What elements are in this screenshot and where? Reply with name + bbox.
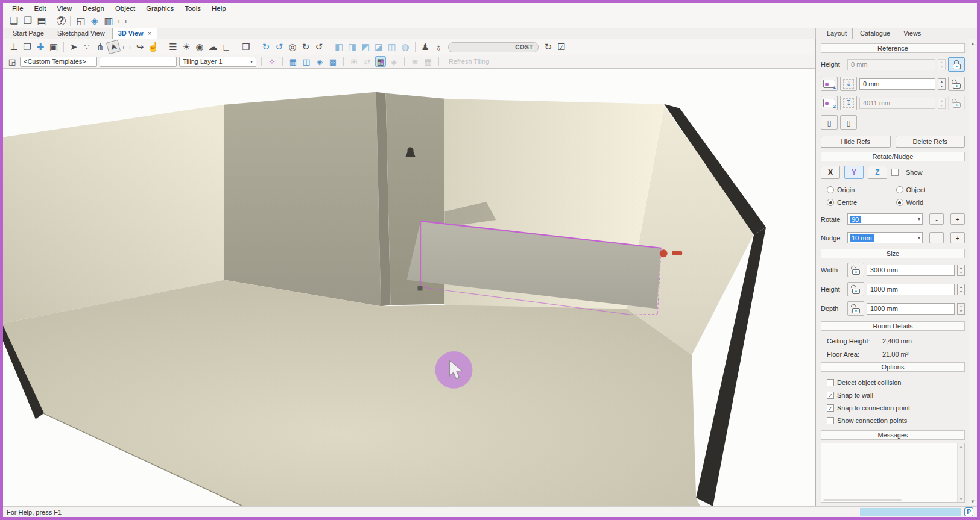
- tile-3d-icon[interactable]: ◈: [314, 56, 325, 67]
- centre-radio[interactable]: [827, 199, 834, 206]
- refresh-cost-icon[interactable]: ↻: [542, 41, 554, 53]
- object-radio[interactable]: [896, 186, 903, 193]
- rotate-ccw-icon[interactable]: ↺: [313, 41, 325, 53]
- menu-help[interactable]: Help: [206, 5, 232, 12]
- cost-field[interactable]: COST: [448, 42, 539, 52]
- tile-search-icon[interactable]: ◫: [301, 56, 312, 67]
- zoom-tool-icon[interactable]: ◎: [286, 41, 299, 53]
- rotate-combo[interactable]: 90: [847, 213, 923, 225]
- world-radio[interactable]: [896, 199, 903, 206]
- rotate-minus-button[interactable]: -: [929, 213, 944, 225]
- delete-refs-button[interactable]: Delete Refs: [896, 136, 966, 148]
- bath-view-icon[interactable]: ▭: [116, 15, 128, 27]
- nudge-minus-button[interactable]: -: [929, 232, 944, 243]
- axis-x-button[interactable]: X: [821, 166, 840, 179]
- light-icon[interactable]: ☀: [180, 41, 192, 53]
- menu-edit[interactable]: Edit: [29, 5, 52, 12]
- orbit-horizontal-icon[interactable]: ↻: [260, 41, 272, 53]
- tile-wizard-icon[interactable]: ✧: [267, 56, 277, 67]
- copy-object-icon[interactable]: ❐: [21, 41, 33, 53]
- wall-middle[interactable]: [224, 92, 381, 307]
- tab-3d-view[interactable]: 3D View ×: [112, 28, 157, 39]
- walk-mode-icon[interactable]: ∵: [81, 41, 93, 53]
- save-icon[interactable]: ▤: [36, 15, 48, 27]
- menu-view[interactable]: View: [51, 5, 77, 12]
- reference-2-button[interactable]: 2: [821, 96, 838, 110]
- tab-close-icon[interactable]: ×: [148, 30, 151, 37]
- tile-select-icon[interactable]: ▦: [288, 56, 299, 67]
- help-icon[interactable]: ?: [57, 16, 66, 25]
- anchor-2-button[interactable]: [840, 96, 857, 110]
- nudge-combo[interactable]: 10 mm: [847, 232, 923, 243]
- size-height-lock-button[interactable]: [847, 282, 864, 296]
- tab-catalogue[interactable]: Catalogue: [854, 28, 896, 39]
- view-cube-bottom-icon[interactable]: ◪: [373, 41, 385, 53]
- menu-design[interactable]: Design: [77, 5, 110, 12]
- world-icon[interactable]: ♁: [432, 41, 444, 53]
- orbit-vertical-icon[interactable]: ↺: [273, 41, 285, 53]
- messages-list[interactable]: [821, 443, 965, 503]
- hide-refs-button[interactable]: Hide Refs: [821, 136, 891, 148]
- view-cube-perspective-icon[interactable]: ◍: [399, 41, 411, 53]
- 3d-canvas[interactable]: [3, 69, 815, 506]
- walkthrough-path-icon[interactable]: ⋔: [94, 41, 106, 53]
- tab-views[interactable]: Views: [897, 28, 927, 39]
- depth-input[interactable]: 1000 mm: [867, 303, 955, 315]
- width-spinner[interactable]: [957, 265, 965, 276]
- reference-1-button[interactable]: 1: [821, 77, 838, 91]
- 3d-view-icon[interactable]: ◈: [89, 15, 101, 27]
- depth-lock-button[interactable]: [847, 301, 864, 316]
- view-cube-top-icon[interactable]: ◩: [359, 41, 371, 53]
- validate-design-icon[interactable]: ☑: [555, 41, 567, 53]
- reference-1-lock-button[interactable]: [948, 77, 965, 91]
- open-file-icon[interactable]: ❒: [22, 15, 34, 27]
- view-cube-back-icon[interactable]: ◨: [346, 41, 358, 53]
- menu-object[interactable]: Object: [110, 5, 141, 12]
- snap-to-wall-checkbox[interactable]: [827, 392, 834, 399]
- sketchpad-export-icon[interactable]: ◱: [75, 15, 87, 27]
- origin-radio[interactable]: [827, 186, 834, 193]
- rotate-plus-button[interactable]: +: [950, 213, 965, 225]
- tab-start-page[interactable]: Start Page: [7, 28, 50, 39]
- axis-z-button[interactable]: Z: [868, 166, 887, 179]
- width-lock-button[interactable]: [847, 263, 864, 277]
- scroll-down-icon[interactable]: [959, 497, 963, 501]
- sky-icon[interactable]: ☁: [207, 41, 219, 53]
- move-object-icon[interactable]: ✚: [34, 41, 46, 53]
- view-cube-iso-icon[interactable]: ◫: [386, 41, 398, 53]
- clone-view-icon[interactable]: ❒: [240, 41, 252, 53]
- fly-mode-icon[interactable]: ➤: [68, 41, 80, 53]
- scroll-up-icon[interactable]: [970, 41, 975, 46]
- reference-1-offset-input[interactable]: 0 mm: [859, 78, 935, 90]
- camera-icon[interactable]: ◉: [194, 41, 206, 53]
- menu-file[interactable]: File: [7, 5, 29, 12]
- show-axis-checkbox[interactable]: [891, 169, 899, 176]
- reference-height-input[interactable]: 0 mm: [847, 59, 935, 70]
- show-connection-points-checkbox[interactable]: [827, 417, 834, 424]
- detect-collision-checkbox[interactable]: [827, 379, 834, 386]
- select-lasso-icon[interactable]: ↪: [134, 41, 146, 53]
- plan-blocks-icon[interactable]: ∟: [220, 41, 232, 53]
- elevation-view-icon[interactable]: ▥: [103, 15, 115, 27]
- messages-hscrollbar[interactable]: [823, 499, 902, 501]
- anchor-1-button[interactable]: [840, 77, 857, 91]
- axis-y-button[interactable]: Y: [844, 166, 864, 179]
- new-file-icon[interactable]: ❏: [8, 15, 20, 27]
- template-combo[interactable]: <Custom Templates>: [20, 57, 97, 67]
- object-list-icon[interactable]: ☰: [167, 41, 179, 53]
- width-input[interactable]: 3000 mm: [867, 265, 955, 276]
- tab-layout[interactable]: Layout: [821, 28, 853, 39]
- wall-extents-button[interactable]: [821, 115, 838, 130]
- nudge-plus-button[interactable]: +: [950, 232, 965, 243]
- height-lock-button[interactable]: [948, 57, 965, 72]
- tile-options-icon[interactable]: ▩: [327, 56, 338, 67]
- selection-handle[interactable]: [417, 286, 422, 291]
- messages-scrollbar[interactable]: [957, 443, 964, 502]
- reference-1-spinner[interactable]: [938, 78, 946, 90]
- size-height-spinner[interactable]: [957, 284, 965, 295]
- 3d-viewport[interactable]: [3, 69, 815, 506]
- menu-graphics[interactable]: Graphics: [141, 5, 179, 12]
- tab-sketchpad-view[interactable]: Sketchpad View: [51, 28, 111, 39]
- select-area-icon[interactable]: ▭: [121, 41, 133, 53]
- view-frame-icon[interactable]: ▣: [48, 41, 60, 53]
